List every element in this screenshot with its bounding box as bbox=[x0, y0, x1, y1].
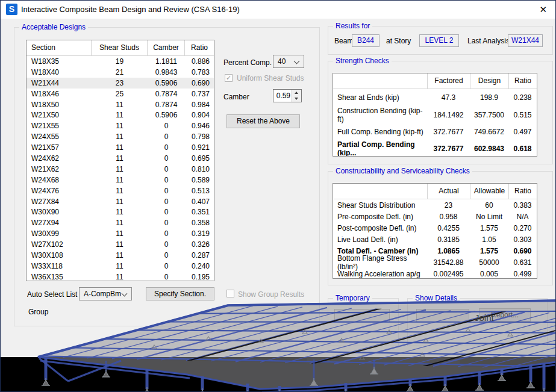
table-cell: 25 bbox=[92, 90, 148, 98]
column-header-camber[interactable]: Camber bbox=[148, 40, 185, 55]
table-row[interactable]: W18X46250.78740.737 bbox=[27, 89, 214, 99]
table-cell: 0.499 bbox=[508, 270, 537, 278]
table-row[interactable]: W30X901100.351 bbox=[27, 207, 214, 217]
table-cell: 0 bbox=[148, 251, 185, 260]
table-cell: Full Comp. Bending (kip-ft) bbox=[333, 128, 427, 136]
table-row[interactable]: W21X621100.810 bbox=[27, 164, 214, 175]
table-cell: Live Load Defl. (in) bbox=[333, 235, 427, 244]
sections-list-body: W18X35191.18110.886W18X40210.98430.783W2… bbox=[27, 56, 214, 281]
serv-header-actual: Actual bbox=[427, 184, 470, 199]
percent-comp-select[interactable]: 40 bbox=[273, 55, 304, 68]
percent-comp-label: Percent Comp. bbox=[223, 58, 272, 67]
table-cell: 0.515 bbox=[508, 111, 537, 119]
table-row[interactable]: W18X35191.18110.886 bbox=[27, 56, 214, 67]
column-header-section[interactable]: Section bbox=[27, 40, 92, 55]
table-cell: 0.238 bbox=[508, 93, 537, 102]
auto-select-list-select[interactable]: A-CompBm bbox=[79, 287, 132, 300]
close-icon[interactable]: ✕ bbox=[539, 1, 547, 19]
table-cell: W30X99 bbox=[27, 229, 92, 238]
table-cell: W27X102 bbox=[27, 240, 92, 249]
camber-stepper[interactable]: 0.59 bbox=[273, 89, 302, 102]
table-row[interactable]: W27X1021100.326 bbox=[27, 239, 214, 250]
table-cell: Shear Studs Distribution bbox=[333, 201, 427, 210]
results-for-title: Results for bbox=[333, 22, 372, 30]
table-cell: W24X62 bbox=[27, 154, 92, 163]
table-row[interactable]: W27X841100.407 bbox=[27, 196, 214, 207]
table-cell: 11 bbox=[92, 208, 148, 216]
table-row[interactable]: W36X1351100.195 bbox=[27, 272, 214, 281]
table-cell: 0 bbox=[148, 187, 185, 195]
table-row[interactable]: W21X50110.59060.904 bbox=[27, 110, 214, 120]
table-row[interactable]: W24X681100.589 bbox=[27, 175, 214, 185]
sections-list[interactable]: Section Shear Studs Camber Ratio W18X351… bbox=[26, 40, 214, 281]
table-cell: W27X94 bbox=[27, 219, 92, 227]
table-cell: 1.575 bbox=[470, 224, 508, 232]
table-cell: 11 bbox=[92, 273, 148, 281]
table-cell: 0.7874 bbox=[148, 90, 185, 98]
temporary-group: Temporary bbox=[328, 298, 399, 346]
table-row: Shear Studs Distribution23600.383 bbox=[333, 199, 537, 211]
table-cell: W18X50 bbox=[27, 101, 92, 109]
table-cell: 0.7874 bbox=[148, 101, 185, 109]
strength-checks-table: Factored Design Ratio Shear at Ends (kip… bbox=[333, 73, 537, 157]
table-row[interactable]: W24X551100.798 bbox=[27, 131, 214, 142]
table-cell: 372.7677 bbox=[427, 145, 470, 153]
table-cell: No Limit bbox=[470, 213, 508, 221]
table-row[interactable]: W33X1181100.240 bbox=[27, 261, 214, 272]
table-cell: W24X55 bbox=[27, 132, 92, 141]
show-group-results-checkbox[interactable] bbox=[226, 290, 234, 297]
table-cell: 11 bbox=[92, 176, 148, 184]
table-cell: 0.690 bbox=[508, 247, 537, 255]
table-row[interactable]: W30X1081100.287 bbox=[27, 250, 214, 261]
table-row[interactable]: W21X571100.921 bbox=[27, 142, 214, 153]
table-cell: 0 bbox=[148, 262, 185, 270]
table-cell: 0.589 bbox=[185, 176, 214, 184]
table-cell: W21X50 bbox=[27, 111, 92, 119]
table-cell: 60 bbox=[470, 201, 508, 210]
column-header-shear-studs[interactable]: Shear Studs bbox=[92, 40, 148, 55]
table-row[interactable]: W21X44230.59060.690 bbox=[27, 78, 214, 89]
table-row[interactable]: W27X941100.358 bbox=[27, 217, 214, 228]
table-cell: 1.575 bbox=[470, 247, 508, 255]
spinner-down-icon[interactable] bbox=[292, 96, 301, 102]
table-cell: Shear at Ends (kip) bbox=[333, 93, 427, 102]
table-cell: 0.319 bbox=[185, 229, 214, 238]
table-cell: W30X108 bbox=[27, 251, 92, 260]
table-cell: 0 bbox=[148, 154, 185, 163]
table-row: Post-composite Defl. (in)0.42551.5750.27… bbox=[333, 222, 537, 234]
chevron-down-icon bbox=[122, 291, 128, 297]
uniform-shear-studs-checkbox[interactable]: ✓ bbox=[225, 74, 233, 82]
table-row[interactable]: W18X40210.98430.783 bbox=[27, 67, 214, 78]
column-header-ratio[interactable]: Ratio bbox=[185, 40, 214, 55]
table-row[interactable]: W30X991100.319 bbox=[27, 228, 214, 239]
table-cell: W21X44 bbox=[27, 79, 92, 87]
title-bar: S Interactive Composite Beam Design and … bbox=[1, 1, 555, 19]
table-row[interactable]: W18X50110.78740.984 bbox=[27, 99, 214, 110]
table-cell: Post-composite Defl. (in) bbox=[333, 224, 427, 232]
show-group-results-label: Show Group Results bbox=[238, 290, 304, 299]
table-row: Bottom Flange Stress (lb/in²)31542.88500… bbox=[333, 257, 537, 268]
strength-checks-group: Strength Checks Factored Design Ratio Sh… bbox=[328, 61, 553, 164]
table-cell: 0.618 bbox=[508, 145, 537, 153]
auto-select-list-value: A-CompBm bbox=[84, 290, 121, 298]
table-cell: 749.6672 bbox=[470, 128, 508, 136]
show-details-button[interactable] bbox=[416, 309, 469, 322]
table-cell: 0.984 bbox=[185, 101, 214, 109]
temporary-button[interactable] bbox=[334, 309, 390, 322]
table-row[interactable]: W24X621100.695 bbox=[27, 153, 214, 164]
camber-value: 0.59 bbox=[273, 90, 292, 102]
table-cell: 0 bbox=[148, 229, 185, 238]
dialog-body: Acceptable Designs Section Shear Studs C… bbox=[1, 19, 556, 357]
table-cell: 184.1492 bbox=[427, 111, 470, 119]
table-row[interactable]: W21X551100.946 bbox=[27, 120, 214, 131]
table-cell: 0.695 bbox=[185, 154, 214, 163]
table-cell: 23 bbox=[92, 79, 148, 87]
table-row: Live Load Defl. (in)0.31851.050.303 bbox=[333, 234, 537, 245]
specify-section-button[interactable]: Specify Section. bbox=[146, 287, 214, 300]
table-cell: 11 bbox=[92, 111, 148, 119]
table-cell: 50000 bbox=[470, 258, 508, 267]
joint-label: Joint bbox=[475, 313, 494, 323]
table-row[interactable]: W24X761100.513 bbox=[27, 185, 214, 196]
table-cell: 0 bbox=[148, 165, 185, 173]
reset-the-above-button[interactable]: Reset the Above bbox=[226, 114, 300, 128]
